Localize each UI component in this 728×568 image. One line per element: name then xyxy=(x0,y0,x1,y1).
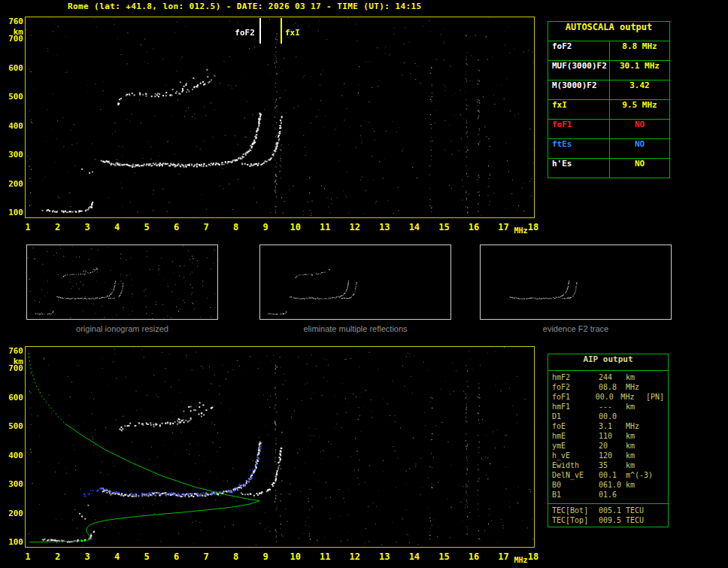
aip-row: hmE110km xyxy=(548,432,668,442)
aip-param-unit: km xyxy=(626,461,653,471)
x-axis-tick: 1 xyxy=(19,551,37,562)
x-axis-tick: 2 xyxy=(49,222,67,232)
aip-param-flag: [PN] xyxy=(646,393,664,402)
x-axis-tick: 15 xyxy=(435,222,453,232)
aip-param-value: 110 xyxy=(599,432,626,442)
autoscala-param-value: NO xyxy=(610,139,669,158)
x-axis-tick: 12 xyxy=(346,551,364,562)
thumbnail-canvas xyxy=(260,245,450,319)
aip-param-unit: MHz xyxy=(620,393,646,402)
aip-param-unit: km xyxy=(626,451,653,461)
x-axis-tick: 7 xyxy=(197,551,215,562)
x-axis-tick: 9 xyxy=(256,551,275,562)
aip-row: foF100.0MHz[PN] xyxy=(548,393,668,402)
aip-param-label: foE xyxy=(552,422,599,432)
aip-param-label: hmE xyxy=(552,432,599,442)
aip-param-value: 005.1 xyxy=(599,506,626,516)
y-axis-tick: 300 xyxy=(2,479,23,489)
thumbnail-caption: original ionogram resized xyxy=(26,324,218,333)
autoscala-param-label: ftEs xyxy=(548,139,610,158)
thumbnail-caption: evidence F2 trace xyxy=(480,324,672,333)
aip-param-label: B1 xyxy=(552,491,599,500)
aip-param-value: 009.5 xyxy=(599,516,626,526)
aip-param-value: 35 xyxy=(599,461,626,471)
aip-param-value: 01.6 xyxy=(599,491,626,500)
x-axis-tick: 10 xyxy=(287,551,305,562)
y-axis-unit: km xyxy=(2,357,23,366)
thumbnail-canvas xyxy=(481,245,671,319)
x-axis-tick: 16 xyxy=(465,222,483,232)
autoscala-param-value: 8.8 MHz xyxy=(610,41,669,60)
aip-param-unit: km xyxy=(626,442,653,451)
x-axis-tick: 14 xyxy=(405,551,423,562)
window-title: Rome (lat: +41.8, lon: 012.5) - DATE: 20… xyxy=(68,2,422,11)
x-axis-tick: 14 xyxy=(405,222,423,232)
aip-param-value: 061.0 xyxy=(599,481,626,491)
aip-table-title: AIP output xyxy=(548,354,668,371)
aip-row: Ewidth35km xyxy=(548,461,668,471)
restored-ionogram-profile-plot xyxy=(25,346,535,548)
aip-param-label: h_vE xyxy=(552,451,599,461)
x-axis-tick: 8 xyxy=(227,551,245,562)
autoscala-table-rows: foF28.8 MHzMUF(3000)F230.1 MHzM(3000)F23… xyxy=(548,41,669,178)
aip-row: D100.0 xyxy=(548,412,668,422)
aip-param-flag xyxy=(653,432,664,442)
x-axis-tick: 3 xyxy=(78,551,96,562)
aip-param-flag xyxy=(653,412,664,422)
autoscala-param-value: NO xyxy=(610,159,669,178)
aip-param-unit: km xyxy=(626,432,653,442)
y-axis-tick: 400 xyxy=(2,121,23,131)
thumbnail-canvas xyxy=(27,245,217,319)
aip-param-flag xyxy=(653,383,664,393)
autoscala-row: h'EsNO xyxy=(548,159,669,178)
aip-param-value: 00.1 xyxy=(599,471,626,481)
aip-table-rows: hmF2244kmfoF208.8MHzfoF100.0MHz[PN]hmF1-… xyxy=(548,371,668,500)
autoscala-param-label: h'Es xyxy=(548,159,610,178)
autoscala-row: M(3000)F23.42 xyxy=(548,80,669,100)
thumbnail-original-ionogram xyxy=(26,245,218,320)
ionogram-canvas xyxy=(26,17,534,217)
aip-param-flag xyxy=(653,451,664,461)
y-axis-tick: 760 xyxy=(2,346,23,356)
x-axis-tick: 4 xyxy=(108,551,126,562)
y-axis-tick: 200 xyxy=(2,179,23,189)
aip-param-unit: km xyxy=(626,402,653,412)
aip-param-value: --- xyxy=(599,402,626,412)
aip-param-label: ymE xyxy=(552,442,599,451)
autoscala-param-label: MUF(3000)F2 xyxy=(548,61,610,80)
aip-param-unit: km xyxy=(626,481,653,491)
aip-param-label: hmF2 xyxy=(552,373,599,383)
y-axis-tick: 300 xyxy=(2,150,23,159)
aip-param-value: 20 xyxy=(599,442,626,451)
aip-param-unit xyxy=(626,491,653,500)
fof2-marker-label: foF2 xyxy=(235,28,255,38)
aip-row: B0061.0km xyxy=(548,481,668,491)
autoscala-table-title: AUTOSCALA output xyxy=(548,22,669,41)
aip-param-value: 00.0 xyxy=(596,393,621,402)
autoscala-param-value: 9.5 MHz xyxy=(610,100,669,119)
y-axis-tick: 500 xyxy=(2,421,23,431)
aip-param-label: foF1 xyxy=(552,393,596,402)
aip-row: hmF1---km xyxy=(548,402,668,412)
x-axis-tick: 10 xyxy=(287,222,305,232)
x-axis-tick: 17 xyxy=(494,551,512,562)
autoscala-param-value: NO xyxy=(610,120,669,138)
aip-param-flag xyxy=(653,481,664,491)
y-axis-tick: 100 xyxy=(2,208,23,217)
aip-param-flag xyxy=(653,442,664,451)
aip-param-unit: km xyxy=(626,373,653,383)
autoscala-param-label: fxI xyxy=(548,100,610,119)
aip-row: foE3.1MHz xyxy=(548,422,668,432)
aip-param-value: 00.0 xyxy=(599,412,626,422)
aip-param-unit: MHz xyxy=(626,422,653,432)
aip-param-flag xyxy=(653,402,664,412)
aip-row: DelN_vE00.1m^(-3) xyxy=(548,471,668,481)
aip-param-value: 244 xyxy=(599,373,626,383)
aip-row: h_vE120km xyxy=(548,451,668,461)
autoscala-param-label: foF2 xyxy=(548,41,610,60)
fof2-marker-line xyxy=(259,18,261,44)
x-axis-tick: 9 xyxy=(256,222,275,232)
autoscala-param-label: foF1 xyxy=(548,120,610,138)
autoscala-row: foF28.8 MHz xyxy=(548,41,669,61)
aip-row: TEC[Bot]005.1TECU xyxy=(548,506,668,516)
